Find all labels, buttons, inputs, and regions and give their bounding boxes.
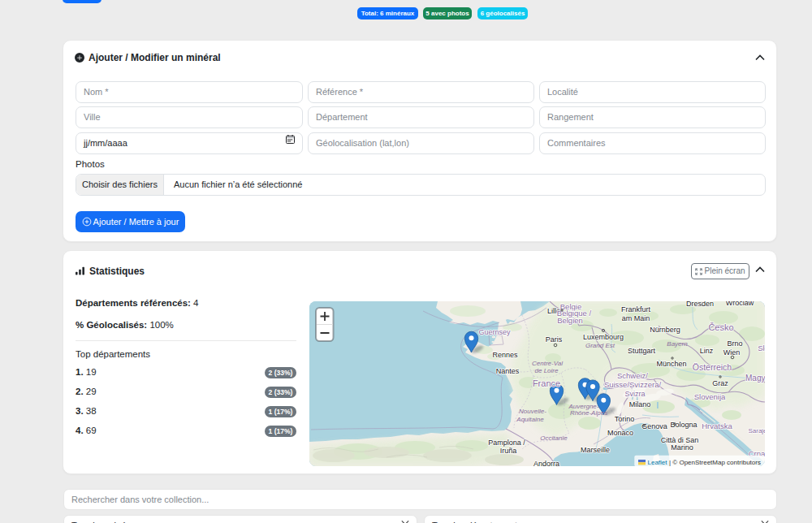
svg-text:de Loire: de Loire bbox=[535, 367, 559, 374]
svg-text:Monaco: Monaco bbox=[607, 429, 633, 437]
svg-text:Torino: Torino bbox=[615, 415, 635, 423]
svg-text:Nouvelle-: Nouvelle- bbox=[519, 408, 546, 415]
svg-text:Svizra: Svizra bbox=[624, 390, 645, 398]
svg-text:Pamplona /: Pamplona / bbox=[488, 439, 525, 447]
svg-text:Bayern: Bayern bbox=[667, 340, 688, 348]
svg-text:Paris: Paris bbox=[546, 335, 563, 344]
svg-text:Rennes: Rennes bbox=[492, 351, 518, 359]
svg-text:am Main: am Main bbox=[622, 314, 650, 322]
svg-text:Slo: Slo bbox=[758, 344, 765, 352]
svg-text:Linz: Linz bbox=[700, 347, 714, 355]
svg-text:Centre-Val: Centre-Val bbox=[532, 360, 563, 367]
svg-text:Nürnberg: Nürnberg bbox=[650, 326, 680, 334]
svg-text:Hrvatska: Hrvatska bbox=[702, 421, 732, 430]
svg-text:Schweiz/: Schweiz/ bbox=[617, 371, 648, 380]
svg-text:Guernsey: Guernsey bbox=[478, 328, 511, 336]
svg-text:Brno: Brno bbox=[727, 339, 742, 348]
svg-text:Iruña: Iruña bbox=[500, 447, 517, 455]
svg-text:Genova: Genova bbox=[641, 422, 667, 430]
svg-text:Grand Est: Grand Est bbox=[585, 342, 615, 349]
svg-text:Marseille: Marseille bbox=[581, 446, 610, 454]
svg-text:Belgien: Belgien bbox=[557, 316, 583, 325]
svg-text:Occitanie: Occitanie bbox=[540, 434, 568, 442]
svg-text:Česko: Česko bbox=[708, 322, 733, 332]
svg-text:Milano: Milano bbox=[629, 400, 651, 408]
svg-text:Luxembourg: Luxembourg bbox=[583, 333, 624, 341]
svg-text:Suisse/Svizzera/: Suisse/Svizzera/ bbox=[604, 380, 662, 389]
svg-text:Frankfurt: Frankfurt bbox=[621, 305, 651, 313]
svg-text:Slovenija: Slovenija bbox=[694, 392, 726, 401]
svg-text:München: München bbox=[656, 360, 686, 368]
svg-text:Aquitaine: Aquitaine bbox=[516, 416, 544, 423]
svg-text:Marino: Marino bbox=[671, 443, 693, 452]
svg-text:Andorra: Andorra bbox=[533, 460, 559, 466]
svg-text:Wien: Wien bbox=[723, 348, 741, 357]
svg-text:Stuttgart: Stuttgart bbox=[628, 347, 656, 355]
svg-text:Leaflet: Leaflet bbox=[648, 459, 668, 466]
svg-text:Nantes: Nantes bbox=[496, 367, 520, 375]
svg-text:Graz: Graz bbox=[712, 379, 728, 387]
svg-text:Wroclaw: Wroclaw bbox=[726, 301, 754, 307]
svg-text:Magya: Magya bbox=[745, 374, 765, 383]
svg-text:Rhône-Alpes: Rhône-Alpes bbox=[570, 409, 607, 417]
svg-text:Saraje: Saraje bbox=[748, 427, 765, 434]
svg-text:Dresden: Dresden bbox=[686, 301, 714, 308]
svg-text:France: France bbox=[533, 378, 560, 388]
svg-text:Österreich: Österreich bbox=[693, 362, 732, 372]
svg-text:| © OpenStreetMap contributors: | © OpenStreetMap contributors bbox=[669, 459, 761, 466]
